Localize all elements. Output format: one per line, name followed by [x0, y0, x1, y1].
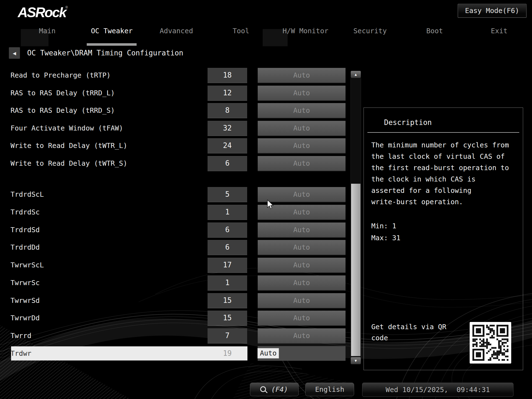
- setting-auto-box[interactable]: AutoAuto: [258, 156, 346, 171]
- search-shortcut-label: (F4): [271, 383, 288, 396]
- setting-auto-box[interactable]: AutoAuto: [258, 68, 346, 83]
- qr-caption-line: Get details via QR: [371, 321, 446, 332]
- bios-screen: ASRock ® Easy Mode(F6) MainOC TweakerAdv…: [0, 0, 532, 399]
- setting-row: Read to Precharge (tRTP)18AutoAuto: [0, 68, 532, 83]
- tab-security[interactable]: Security: [338, 27, 402, 40]
- asrock-logo: ASRock: [18, 4, 66, 21]
- setting-value-box[interactable]: 24: [208, 138, 247, 153]
- datetime-display: Wed 10/15/2025, 09:44:31: [362, 383, 513, 397]
- setting-value-box[interactable]: 7: [208, 328, 247, 343]
- search-button[interactable]: (F4): [250, 383, 299, 396]
- scrollbar-up-button[interactable]: ▲: [351, 71, 361, 78]
- tab-advanced[interactable]: Advanced: [144, 27, 209, 40]
- mouse-cursor: [267, 200, 276, 209]
- tab-tool[interactable]: Tool: [209, 27, 273, 40]
- setting-auto-box[interactable]: AutoAuto: [258, 293, 346, 308]
- back-button[interactable]: ◀: [9, 47, 20, 59]
- setting-label: Four Activate Window (tFAW): [11, 121, 123, 135]
- qr-caption-line: code: [371, 332, 446, 344]
- min-value: Min: 1: [371, 220, 400, 232]
- back-arrow-icon: ◀: [9, 48, 20, 59]
- tab-exit[interactable]: Exit: [467, 27, 531, 40]
- setting-row: RAS to RAS Delay (tRRD_L)12AutoAuto: [0, 86, 532, 100]
- setting-label: TwrwrScL: [11, 258, 44, 272]
- tab-oc-tweaker[interactable]: OC Tweaker: [80, 27, 144, 40]
- setting-value-box[interactable]: 6: [208, 222, 247, 237]
- setting-value-box[interactable]: 18: [208, 68, 247, 83]
- setting-value-box[interactable]: 6: [208, 156, 247, 171]
- setting-auto-box[interactable]: AutoAuto: [258, 103, 346, 118]
- setting-auto-box[interactable]: AutoAuto: [258, 86, 346, 100]
- setting-label: Write to Read Delay (tWTR_S): [11, 156, 127, 171]
- breadcrumb: OC Tweaker\DRAM Timing Configuration: [27, 47, 183, 58]
- tab-boot[interactable]: Boot: [402, 27, 467, 40]
- setting-value-box[interactable]: 1: [208, 205, 247, 219]
- menu-tabs: MainOC TweakerAdvancedToolH/W MonitorSec…: [15, 27, 531, 40]
- description-divider: [367, 132, 519, 133]
- description-min-max: Min: 1 Max: 31: [371, 220, 400, 244]
- setting-auto-box[interactable]: AutoAuto: [258, 328, 346, 343]
- registered-mark: ®: [65, 6, 68, 9]
- setting-value-box[interactable]: 15: [208, 311, 247, 325]
- setting-label: TwrwrSd: [11, 293, 40, 308]
- setting-label: TrdrdSd: [11, 222, 40, 237]
- max-value: Max: 31: [371, 232, 400, 244]
- qr-caption: Get details via QR code: [371, 321, 446, 344]
- setting-auto-box[interactable]: AutoAuto: [258, 240, 346, 255]
- setting-label: Twrrd: [11, 328, 31, 343]
- scrollbar-thumb[interactable]: [351, 184, 360, 356]
- setting-value-box[interactable]: 1: [208, 275, 247, 290]
- setting-label: RAS to RAS Delay (tRRD_L): [11, 86, 115, 100]
- setting-auto-box[interactable]: AutoAuto: [258, 258, 346, 272]
- setting-auto-box[interactable]: AutoAuto: [258, 275, 346, 290]
- language-button[interactable]: English: [305, 383, 354, 396]
- qr-code: [470, 322, 511, 364]
- setting-label: RAS to RAS Delay (tRRD_S): [11, 103, 115, 118]
- scrollbar-down-button[interactable]: ▼: [351, 357, 361, 364]
- tab-h-w-monitor[interactable]: H/W Monitor: [273, 27, 338, 40]
- setting-value-box[interactable]: 15: [208, 293, 247, 308]
- easy-mode-button[interactable]: Easy Mode(F6): [458, 4, 526, 18]
- setting-label: TrdrdScL: [11, 187, 44, 202]
- setting-auto-box[interactable]: AutoAuto: [258, 222, 346, 237]
- setting-auto-box[interactable]: AutoAuto: [258, 311, 346, 325]
- setting-label: Read to Precharge (tRTP): [11, 68, 111, 83]
- down-arrow-icon: ▼: [355, 359, 357, 363]
- setting-auto-box[interactable]: AutoAuto: [258, 138, 346, 153]
- setting-value-box[interactable]: 6: [208, 240, 247, 255]
- up-arrow-icon: ▲: [355, 72, 357, 76]
- setting-label: TwrwrDd: [11, 311, 40, 325]
- setting-value-box[interactable]: 17: [208, 258, 247, 272]
- setting-label: TwrwrSc: [11, 275, 40, 290]
- setting-value-box[interactable]: 19: [208, 346, 247, 361]
- setting-label: TrdrdDd: [11, 240, 40, 255]
- setting-value-box[interactable]: 32: [208, 121, 247, 135]
- setting-label: Trdwr: [11, 346, 31, 361]
- setting-auto-box[interactable]: AutoAuto: [258, 346, 346, 361]
- setting-label: TrdrdSc: [11, 205, 40, 219]
- tab-main[interactable]: Main: [15, 27, 80, 40]
- search-icon: [260, 386, 266, 392]
- description-text: The minimum number of cycles fromthe las…: [371, 139, 509, 208]
- setting-auto-box[interactable]: AutoAuto: [258, 121, 346, 135]
- description-title: Description: [384, 118, 432, 127]
- setting-value-box[interactable]: 5: [208, 187, 247, 202]
- setting-label: Write to Read Delay (tWTR_L): [11, 138, 127, 153]
- setting-value-box[interactable]: 12: [208, 86, 247, 100]
- setting-value-box[interactable]: 8: [208, 103, 247, 118]
- active-tab-underline: [87, 43, 137, 46]
